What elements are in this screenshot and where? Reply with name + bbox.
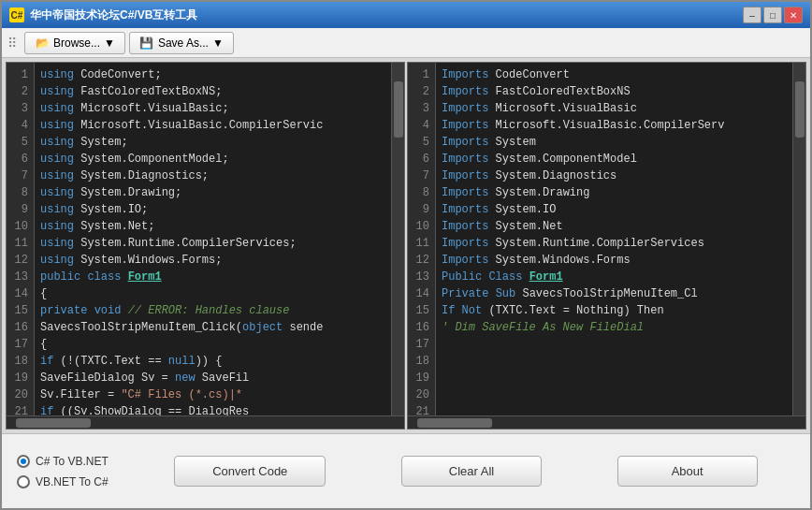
- main-area: 12345 678910 1112131415 1617181920 21222…: [2, 58, 810, 508]
- save-icon: 💾: [139, 36, 154, 51]
- right-scrollbar-thumb[interactable]: [795, 81, 805, 138]
- clear-all-button[interactable]: Clear All: [401, 456, 542, 487]
- browse-label: Browse...: [53, 36, 100, 50]
- radio-csharp-to-vb-label: C# To VB.NET: [36, 455, 109, 468]
- minimize-button[interactable]: –: [743, 7, 761, 23]
- left-code-text[interactable]: using CodeConvert; using FastColoredText…: [35, 63, 391, 415]
- left-line-numbers: 12345 678910 1112131415 1617181920 21222…: [7, 63, 35, 415]
- left-scrollbar-thumb[interactable]: [394, 81, 403, 138]
- radio-csharp-to-vb-circle[interactable]: [17, 455, 30, 468]
- left-panel-wrapper: 12345 678910 1112131415 1617181920 21222…: [6, 62, 405, 430]
- toolbar: ⠿ 📂 Browse... ▼ 💾 Save As... ▼: [2, 28, 810, 58]
- right-scrollbar-horizontal[interactable]: [408, 415, 805, 429]
- window-title: 华中帝国技术论坛C#/VB互转工具: [30, 7, 197, 23]
- left-scrollbar-horizontal[interactable]: [7, 415, 404, 429]
- right-code-panel[interactable]: 12345 678910 1112131415 1617181920 21222…: [407, 62, 806, 430]
- browse-dropdown-arrow[interactable]: ▼: [104, 36, 115, 50]
- title-bar: C# 华中帝国技术论坛C#/VB互转工具 – □ ✕: [2, 2, 810, 28]
- radio-vb-to-csharp-circle[interactable]: [17, 475, 30, 488]
- title-bar-left: C# 华中帝国技术论坛C#/VB互转工具: [9, 7, 197, 23]
- save-label: Save As...: [158, 36, 209, 50]
- right-code-content: 12345 678910 1112131415 1617181920 21222…: [408, 63, 805, 415]
- browse-button[interactable]: 📂 Browse... ▼: [24, 32, 125, 54]
- save-as-button[interactable]: 💾 Save As... ▼: [129, 32, 234, 54]
- code-panels: 12345 678910 1112131415 1617181920 21222…: [2, 58, 810, 433]
- radio-vb-to-csharp-label: VB.NET To C#: [36, 475, 109, 488]
- convert-code-button[interactable]: Convert Code: [174, 456, 326, 487]
- toolbar-grip: ⠿: [7, 36, 17, 51]
- radio-csharp-to-vb[interactable]: C# To VB.NET: [17, 455, 109, 468]
- folder-icon: 📂: [35, 36, 50, 51]
- save-dropdown-arrow[interactable]: ▼: [212, 36, 224, 50]
- radio-vb-to-csharp[interactable]: VB.NET To C#: [17, 475, 109, 488]
- bottom-panel: C# To VB.NET VB.NET To C# Convert Code C…: [2, 433, 810, 508]
- left-code-content: 12345 678910 1112131415 1617181920 21222…: [7, 63, 404, 415]
- maximize-button[interactable]: □: [763, 7, 782, 23]
- right-scrollbar-h-thumb[interactable]: [417, 418, 492, 428]
- right-code-text[interactable]: Imports CodeConvert Imports FastColoredT…: [436, 63, 792, 415]
- right-scrollbar-vertical[interactable]: [792, 63, 805, 415]
- app-icon: C#: [9, 7, 24, 22]
- about-button[interactable]: About: [617, 456, 758, 487]
- main-window: C# 华中帝国技术论坛C#/VB互转工具 – □ ✕ ⠿ 📂 Browse...…: [0, 0, 812, 510]
- title-bar-controls: – □ ✕: [743, 7, 803, 23]
- action-buttons: Convert Code Clear All About: [137, 456, 795, 487]
- left-scrollbar-vertical[interactable]: [391, 63, 404, 415]
- left-code-panel[interactable]: 12345 678910 1112131415 1617181920 21222…: [6, 62, 405, 430]
- right-panel-wrapper: 12345 678910 1112131415 1617181920 21222…: [407, 62, 806, 430]
- right-line-numbers: 12345 678910 1112131415 1617181920 21222…: [408, 63, 436, 415]
- left-scrollbar-h-thumb[interactable]: [16, 418, 91, 428]
- close-button[interactable]: ✕: [784, 7, 803, 23]
- radio-group: C# To VB.NET VB.NET To C#: [17, 455, 109, 488]
